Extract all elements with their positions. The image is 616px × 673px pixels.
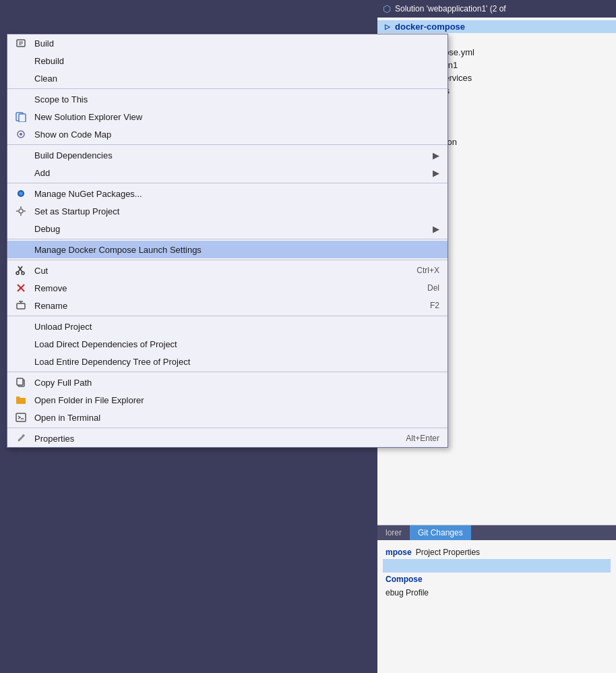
remove-icon — [14, 283, 28, 293]
cut-icon — [14, 265, 28, 276]
svg-rect-25 — [17, 378, 23, 385]
svg-point-7 — [20, 133, 22, 136]
svg-point-18 — [22, 272, 24, 274]
menu-item-load-direct[interactable]: Load Direct Dependencies of Project — [7, 335, 448, 353]
separator-6 — [7, 316, 448, 316]
context-menu: Build Rebuild Clean Scope to This New So… — [7, 34, 448, 448]
menu-label: New Solution Explorer View — [34, 112, 142, 122]
separator-5 — [7, 260, 448, 260]
menu-item-copy-path[interactable]: Copy Full Path — [7, 374, 448, 391]
separator-2 — [7, 144, 448, 145]
svg-rect-21 — [17, 303, 25, 309]
panel-row-label: ebug Profile — [386, 588, 429, 597]
separator-4 — [7, 239, 448, 239]
solution-explorer-title: Solution 'webapplication1' (2 of — [395, 4, 506, 13]
menu-item-startup[interactable]: Set as Startup Project — [7, 202, 448, 220]
menu-item-properties[interactable]: Properties Alt+Enter — [7, 430, 448, 447]
code-map-icon — [14, 129, 28, 140]
menu-label: Build — [34, 38, 54, 49]
tab-label: lorer — [386, 528, 402, 537]
menu-label: Clean — [34, 74, 57, 84]
settings-icon — [14, 206, 28, 216]
panel-row-4[interactable]: ebug Profile — [383, 586, 611, 599]
copy-icon — [14, 377, 28, 388]
menu-label: Properties — [34, 434, 74, 444]
separator-8 — [7, 428, 448, 428]
panel-row-label: mpose — [386, 548, 412, 557]
solution-explorer-icon — [14, 111, 28, 122]
tab-git-changes[interactable]: Git Changes — [410, 525, 471, 540]
panel-row-label: Compose — [386, 575, 423, 584]
svg-rect-5 — [19, 114, 26, 122]
menu-item-scope[interactable]: Scope to This — [7, 90, 448, 108]
menu-label: Debug — [34, 224, 60, 234]
panel-row-2[interactable] — [383, 559, 611, 573]
menu-item-clean[interactable]: Clean — [7, 69, 448, 87]
submenu-arrow-icon: ▶ — [433, 224, 439, 234]
menu-label: Add — [34, 168, 50, 178]
tab-label: Git Changes — [418, 528, 463, 537]
menu-item-rebuild[interactable]: Rebuild — [7, 52, 448, 69]
menu-label: Open Folder in File Explorer — [34, 395, 144, 405]
menu-label: Load Direct Dependencies of Project — [34, 339, 177, 349]
menu-label: Cut — [34, 266, 48, 276]
panel-row-suffix: Project Properties — [416, 548, 480, 557]
tree-item-docker-compose[interactable]: ▷ docker-compose — [377, 20, 616, 33]
menu-item-build-dependencies[interactable]: Build Dependencies ▶ — [7, 146, 448, 164]
panel-row-label — [386, 561, 388, 570]
menu-item-manage-docker[interactable]: Manage Docker Compose Launch Settings — [7, 241, 448, 258]
separator-1 — [7, 88, 448, 89]
menu-label: Rebuild — [34, 56, 64, 66]
svg-point-10 — [19, 209, 23, 213]
menu-label: Copy Full Path — [34, 378, 92, 388]
menu-item-code-map[interactable]: Show on Code Map — [7, 125, 448, 143]
menu-item-nuget[interactable]: Manage NuGet Packages... — [7, 185, 448, 202]
wrench-icon — [14, 433, 28, 444]
menu-item-load-entire[interactable]: Load Entire Dependency Tree of Project — [7, 353, 448, 370]
menu-item-open-folder[interactable]: Open Folder in File Explorer — [7, 391, 448, 409]
menu-item-build[interactable]: Build — [7, 34, 448, 52]
menu-label: Show on Code Map — [34, 129, 111, 140]
menu-label: Unload Project — [34, 322, 92, 332]
panel-row-3[interactable]: Compose — [383, 573, 611, 586]
menu-item-rename[interactable]: Rename F2 — [7, 297, 448, 314]
menu-item-terminal[interactable]: Open in Terminal — [7, 409, 448, 426]
rename-icon — [14, 300, 28, 311]
menu-item-debug[interactable]: Debug ▶ — [7, 220, 448, 237]
nuget-icon — [14, 188, 28, 199]
solution-explorer-header: ⬡ Solution 'webapplication1' (2 of — [377, 0, 616, 18]
shortcut-label: Alt+Enter — [379, 434, 439, 443]
menu-item-remove[interactable]: Remove Del — [7, 279, 448, 297]
build-icon — [14, 38, 28, 49]
shortcut-label: F2 — [403, 301, 439, 310]
tree-item-label: docker-compose — [395, 22, 465, 32]
tab-explorer[interactable]: lorer — [377, 525, 410, 540]
submenu-arrow-icon: ▶ — [433, 168, 439, 178]
tab-bar: lorer Git Changes — [377, 525, 616, 540]
menu-item-new-solution-view[interactable]: New Solution Explorer View — [7, 108, 448, 125]
menu-item-unload[interactable]: Unload Project — [7, 318, 448, 335]
svg-point-17 — [16, 272, 19, 274]
terminal-icon — [14, 412, 28, 423]
separator-3 — [7, 183, 448, 183]
shortcut-label: Ctrl+X — [390, 266, 439, 275]
menu-label: Rename — [34, 301, 67, 311]
vs-icon: ⬡ — [383, 3, 391, 14]
svg-point-9 — [19, 192, 23, 196]
submenu-arrow-icon: ▶ — [433, 150, 439, 160]
menu-label: Manage Docker Compose Launch Settings — [34, 245, 202, 255]
bottom-panel: lorer Git Changes mpose Project Properti… — [377, 525, 616, 673]
menu-label: Scope to This — [34, 94, 88, 105]
panel-row-1[interactable]: mpose Project Properties — [383, 546, 611, 559]
menu-label: Remove — [34, 283, 67, 293]
menu-label: Build Dependencies — [34, 150, 113, 160]
menu-item-add[interactable]: Add ▶ — [7, 164, 448, 181]
panel-content: mpose Project Properties Compose ebug Pr… — [377, 540, 616, 605]
menu-label: Manage NuGet Packages... — [34, 189, 142, 199]
folder-icon — [14, 394, 28, 405]
menu-label: Load Entire Dependency Tree of Project — [34, 357, 190, 367]
menu-item-cut[interactable]: Cut Ctrl+X — [7, 262, 448, 279]
separator-7 — [7, 372, 448, 372]
tree-expand-icon: ▷ — [383, 22, 392, 32]
menu-label: Set as Startup Project — [34, 206, 119, 216]
